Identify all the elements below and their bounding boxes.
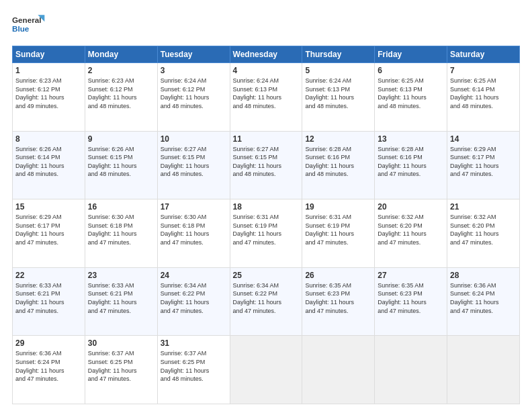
day-info: Sunrise: 6:32 AM Sunset: 6:20 PM Dayligh… <box>450 213 517 246</box>
day-info: Sunrise: 6:29 AM Sunset: 6:17 PM Dayligh… <box>15 213 82 246</box>
day-cell-30: 30Sunrise: 6:37 AM Sunset: 6:25 PM Dayli… <box>85 336 157 404</box>
day-number: 31 <box>161 338 227 348</box>
day-cell-24: 24Sunrise: 6:34 AM Sunset: 6:22 PM Dayli… <box>157 267 230 336</box>
day-info: Sunrise: 6:23 AM Sunset: 6:12 PM Dayligh… <box>88 77 154 110</box>
calendar: SundayMondayTuesdayWednesdayThursdayFrid… <box>12 46 520 404</box>
day-cell-26: 26Sunrise: 6:35 AM Sunset: 6:23 PM Dayli… <box>302 267 375 336</box>
day-number: 22 <box>15 271 82 280</box>
day-number: 13 <box>378 134 444 144</box>
day-number: 1 <box>15 66 82 75</box>
empty-cell <box>230 336 302 404</box>
day-cell-18: 18Sunrise: 6:31 AM Sunset: 6:19 PM Dayli… <box>230 199 302 268</box>
day-info: Sunrise: 6:26 AM Sunset: 6:14 PM Dayligh… <box>15 145 82 179</box>
day-cell-9: 9Sunrise: 6:26 AM Sunset: 6:15 PM Daylig… <box>85 131 157 199</box>
svg-text:General: General <box>12 15 41 24</box>
day-cell-22: 22Sunrise: 6:33 AM Sunset: 6:21 PM Dayli… <box>13 267 85 336</box>
day-cell-1: 1Sunrise: 6:23 AM Sunset: 6:12 PM Daylig… <box>13 63 85 132</box>
day-info: Sunrise: 6:24 AM Sunset: 6:12 PM Dayligh… <box>161 77 227 110</box>
day-cell-29: 29Sunrise: 6:36 AM Sunset: 6:24 PM Dayli… <box>13 336 85 404</box>
day-cell-15: 15Sunrise: 6:29 AM Sunset: 6:17 PM Dayli… <box>13 199 85 268</box>
day-info: Sunrise: 6:35 AM Sunset: 6:23 PM Dayligh… <box>378 281 444 315</box>
day-number: 18 <box>233 202 300 212</box>
day-cell-23: 23Sunrise: 6:33 AM Sunset: 6:21 PM Dayli… <box>85 267 157 336</box>
logo: General Blue <box>12 12 46 39</box>
day-info: Sunrise: 6:37 AM Sunset: 6:25 PM Dayligh… <box>161 349 227 383</box>
day-cell-31: 31Sunrise: 6:37 AM Sunset: 6:25 PM Dayli… <box>157 336 230 404</box>
day-cell-16: 16Sunrise: 6:30 AM Sunset: 6:18 PM Dayli… <box>85 199 157 268</box>
day-number: 7 <box>450 66 517 75</box>
day-info: Sunrise: 6:30 AM Sunset: 6:18 PM Dayligh… <box>161 213 227 246</box>
day-info: Sunrise: 6:31 AM Sunset: 6:19 PM Dayligh… <box>305 213 371 246</box>
day-info: Sunrise: 6:37 AM Sunset: 6:25 PM Dayligh… <box>88 349 154 383</box>
header-day-wednesday: Wednesday <box>230 46 302 63</box>
day-info: Sunrise: 6:32 AM Sunset: 6:20 PM Dayligh… <box>378 213 444 246</box>
day-info: Sunrise: 6:24 AM Sunset: 6:13 PM Dayligh… <box>305 77 371 110</box>
day-number: 23 <box>88 271 154 280</box>
day-number: 25 <box>233 271 300 280</box>
header-day-tuesday: Tuesday <box>157 46 230 63</box>
day-info: Sunrise: 6:24 AM Sunset: 6:13 PM Dayligh… <box>233 77 300 110</box>
day-info: Sunrise: 6:27 AM Sunset: 6:15 PM Dayligh… <box>161 145 227 179</box>
day-info: Sunrise: 6:36 AM Sunset: 6:24 PM Dayligh… <box>15 349 82 383</box>
header-day-friday: Friday <box>375 46 447 63</box>
day-number: 21 <box>450 202 517 212</box>
header-day-monday: Monday <box>85 46 157 63</box>
day-info: Sunrise: 6:31 AM Sunset: 6:19 PM Dayligh… <box>233 213 300 246</box>
day-number: 15 <box>15 202 82 212</box>
day-number: 28 <box>450 271 517 280</box>
day-number: 3 <box>161 66 227 75</box>
empty-cell <box>302 336 375 404</box>
header-day-saturday: Saturday <box>447 46 520 63</box>
day-info: Sunrise: 6:30 AM Sunset: 6:18 PM Dayligh… <box>88 213 154 246</box>
day-number: 29 <box>15 338 82 348</box>
day-number: 9 <box>88 134 154 144</box>
page: General Blue SundayMondayTuesdayWednesda… <box>0 0 532 411</box>
day-info: Sunrise: 6:34 AM Sunset: 6:22 PM Dayligh… <box>161 281 227 315</box>
day-cell-6: 6Sunrise: 6:25 AM Sunset: 6:13 PM Daylig… <box>375 63 447 132</box>
day-cell-20: 20Sunrise: 6:32 AM Sunset: 6:20 PM Dayli… <box>375 199 447 268</box>
day-info: Sunrise: 6:33 AM Sunset: 6:21 PM Dayligh… <box>15 281 82 315</box>
day-number: 16 <box>88 202 154 212</box>
day-number: 17 <box>161 202 227 212</box>
day-number: 5 <box>305 66 371 75</box>
week-row-4: 22Sunrise: 6:33 AM Sunset: 6:21 PM Dayli… <box>13 267 520 336</box>
calendar-header-row: SundayMondayTuesdayWednesdayThursdayFrid… <box>13 46 520 63</box>
day-cell-8: 8Sunrise: 6:26 AM Sunset: 6:14 PM Daylig… <box>13 131 85 199</box>
day-info: Sunrise: 6:35 AM Sunset: 6:23 PM Dayligh… <box>305 281 371 315</box>
day-cell-12: 12Sunrise: 6:28 AM Sunset: 6:16 PM Dayli… <box>302 131 375 199</box>
day-number: 30 <box>88 338 154 348</box>
day-info: Sunrise: 6:29 AM Sunset: 6:17 PM Dayligh… <box>450 145 517 179</box>
day-cell-28: 28Sunrise: 6:36 AM Sunset: 6:24 PM Dayli… <box>447 267 520 336</box>
day-cell-25: 25Sunrise: 6:34 AM Sunset: 6:22 PM Dayli… <box>230 267 302 336</box>
week-row-1: 1Sunrise: 6:23 AM Sunset: 6:12 PM Daylig… <box>13 63 520 132</box>
day-cell-2: 2Sunrise: 6:23 AM Sunset: 6:12 PM Daylig… <box>85 63 157 132</box>
day-number: 20 <box>378 202 444 212</box>
day-cell-7: 7Sunrise: 6:25 AM Sunset: 6:14 PM Daylig… <box>447 63 520 132</box>
day-info: Sunrise: 6:34 AM Sunset: 6:22 PM Dayligh… <box>233 281 300 315</box>
day-info: Sunrise: 6:28 AM Sunset: 6:16 PM Dayligh… <box>305 145 371 179</box>
day-info: Sunrise: 6:27 AM Sunset: 6:15 PM Dayligh… <box>233 145 300 179</box>
week-row-2: 8Sunrise: 6:26 AM Sunset: 6:14 PM Daylig… <box>13 131 520 199</box>
day-info: Sunrise: 6:36 AM Sunset: 6:24 PM Dayligh… <box>450 281 517 315</box>
day-info: Sunrise: 6:23 AM Sunset: 6:12 PM Dayligh… <box>15 77 82 110</box>
day-number: 11 <box>233 134 300 144</box>
week-row-3: 15Sunrise: 6:29 AM Sunset: 6:17 PM Dayli… <box>13 199 520 268</box>
day-number: 19 <box>305 202 371 212</box>
empty-cell <box>447 336 520 404</box>
svg-text:Blue: Blue <box>12 24 30 33</box>
day-cell-4: 4Sunrise: 6:24 AM Sunset: 6:13 PM Daylig… <box>230 63 302 132</box>
day-info: Sunrise: 6:26 AM Sunset: 6:15 PM Dayligh… <box>88 145 154 179</box>
day-cell-3: 3Sunrise: 6:24 AM Sunset: 6:12 PM Daylig… <box>157 63 230 132</box>
day-cell-27: 27Sunrise: 6:35 AM Sunset: 6:23 PM Dayli… <box>375 267 447 336</box>
header-day-sunday: Sunday <box>13 46 85 63</box>
day-cell-14: 14Sunrise: 6:29 AM Sunset: 6:17 PM Dayli… <box>447 131 520 199</box>
day-info: Sunrise: 6:25 AM Sunset: 6:13 PM Dayligh… <box>378 77 444 110</box>
day-number: 8 <box>15 134 82 144</box>
day-number: 2 <box>88 66 154 75</box>
day-number: 24 <box>161 271 227 280</box>
day-number: 6 <box>378 66 444 75</box>
day-number: 27 <box>378 271 444 280</box>
week-row-5: 29Sunrise: 6:36 AM Sunset: 6:24 PM Dayli… <box>13 336 520 404</box>
day-number: 4 <box>233 66 300 75</box>
empty-cell <box>375 336 447 404</box>
